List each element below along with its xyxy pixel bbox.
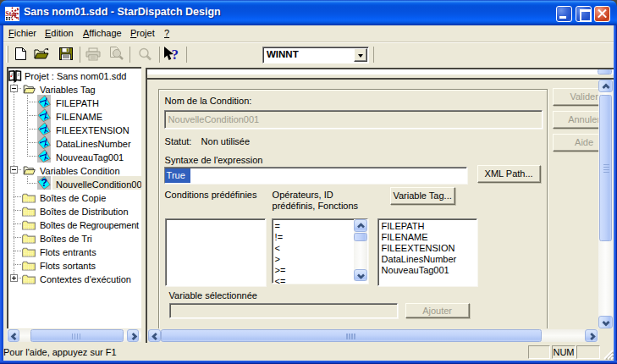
svg-text:?: ? xyxy=(41,177,47,189)
svg-text:?: ? xyxy=(172,47,179,62)
svg-text:Star: Star xyxy=(5,10,18,18)
